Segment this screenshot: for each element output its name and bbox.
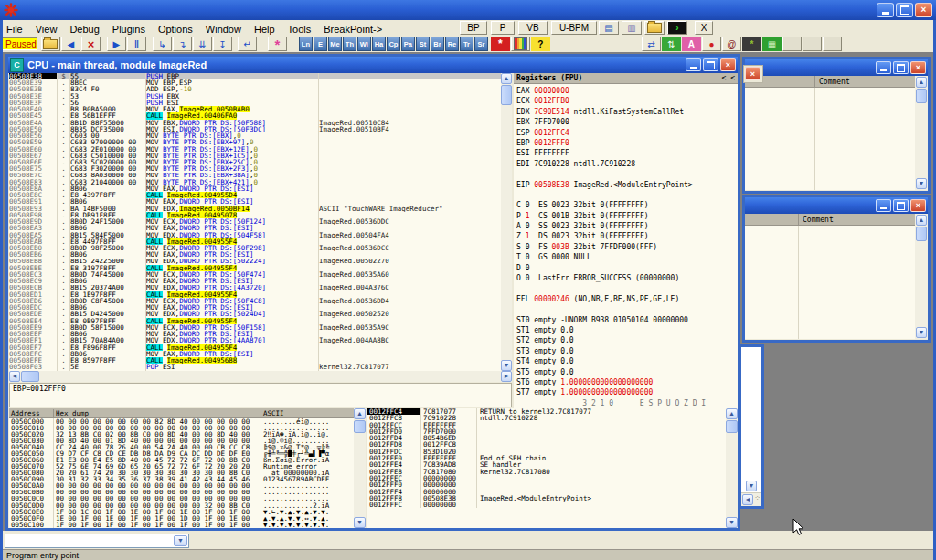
disasm-row[interactable]: 00508EC9.8B06MOV EAX,DWORD PTR DS:[ESI] xyxy=(9,278,501,284)
pane-button-me[interactable]: Me xyxy=(328,37,342,51)
scroll-up-button[interactable]: ▲ xyxy=(501,73,512,84)
dump-row[interactable]: 0050C08020 20 61 74 20 30 30 30 30 30 30… xyxy=(9,470,366,476)
breakpoint-dot-icon[interactable]: ● xyxy=(702,37,721,51)
disasm-row[interactable]: 00508EE4.E8 0B97F8FFCALL ImageRed.004955… xyxy=(9,318,501,324)
disasm-row[interactable]: 00508E8A.8B06MOV EAX,DWORD PTR DS:[ESI] xyxy=(9,185,501,192)
register-line[interactable] xyxy=(514,283,738,293)
register-line[interactable]: ST6 empty 1.0000000000000000000 xyxy=(514,377,738,387)
disasm-row[interactable]: 00508E75.C683 F3020000 00MOV BYTE PTR DS… xyxy=(9,165,501,172)
side-window-middle[interactable]: × Comment ▲ ▼ xyxy=(742,195,931,343)
register-line[interactable]: ESI FFFFFFFF xyxy=(514,148,738,158)
combobox-dropdown-button[interactable]: ▼ xyxy=(174,535,187,546)
options-gear-icon[interactable]: * xyxy=(491,37,510,51)
appearance-rainbow-icon[interactable] xyxy=(511,37,530,51)
scroll-up-button[interactable]: ▲ xyxy=(354,408,366,419)
dump-row[interactable]: 0050C0D000 00 00 00 00 00 00 00 00 00 00… xyxy=(9,502,366,509)
assembler-icon[interactable]: A xyxy=(682,37,701,51)
scroll-up-button[interactable]: ▲ xyxy=(916,215,927,226)
menu-item-window[interactable]: Window xyxy=(199,22,248,35)
register-line[interactable]: ST7 empty 1.0000000000000000000 xyxy=(514,387,738,397)
execute-till-return-icon[interactable]: ↵ xyxy=(238,37,257,51)
scrollbar-thumb[interactable] xyxy=(726,420,738,433)
go-back-icon[interactable]: ◀ xyxy=(61,37,80,51)
disasm-row[interactable]: 00508E3F.56PUSH ESI xyxy=(9,100,501,106)
pane-button-cp[interactable]: Cp xyxy=(387,37,400,51)
menu-item-debug[interactable]: Debug xyxy=(63,22,105,35)
disasm-row[interactable]: 00508E60.C683 2E010000 00MOV BYTE PTR DS… xyxy=(9,146,501,153)
dump-row[interactable]: 0050C0F01E 00 1F 00 1E 00 1F 00 1F 00 1D… xyxy=(9,515,366,522)
stack-row[interactable]: 0012FFFC00000000 xyxy=(367,502,738,508)
close-button[interactable]: × xyxy=(910,61,926,74)
go-to-address-icon[interactable]: * xyxy=(268,37,287,51)
dump-row[interactable]: 0050C060E1 E3 00 E4 E5 8D 40 00 45 72 72… xyxy=(9,457,366,463)
register-line[interactable]: D 0 xyxy=(514,263,738,273)
register-line[interactable]: ST5 empty 0.0 xyxy=(514,367,738,377)
register-line[interactable]: EAX 00000000 xyxy=(514,86,738,96)
scroll-down-button[interactable]: ▼ xyxy=(726,517,738,528)
register-line[interactable]: Z 1 DS 0023 32bit 0(FFFFFFFF) xyxy=(514,231,738,241)
disasm-scrollbar[interactable] xyxy=(501,73,512,371)
cpu-window-titlebar[interactable]: C CPU - main thread, module ImageRed × xyxy=(8,57,738,73)
scroll-down-button[interactable]: ▼ xyxy=(746,481,757,491)
stack-row[interactable]: 0012FFF800508E38ImageRed.<ModuleEntryPoi… xyxy=(367,495,738,502)
pane-button-br[interactable]: Br xyxy=(431,37,444,51)
menu-item-view[interactable]: View xyxy=(29,22,64,35)
notes-doc-button[interactable]: ▥ xyxy=(622,21,642,35)
register-line[interactable] xyxy=(514,304,738,314)
disasm-row[interactable]: 00508EB0.8B0D 98F25000MOV ECX,DWORD PTR … xyxy=(9,245,501,251)
register-line[interactable] xyxy=(514,169,738,179)
register-line[interactable]: EBX 7FFD7000 xyxy=(514,117,738,127)
scrollbar-thumb[interactable] xyxy=(916,227,927,241)
register-line[interactable]: P 1 CS 001B 32bit 0(FFFFFFFF) xyxy=(514,211,738,221)
disasm-row[interactable]: 00508E8C.E8 4397F8FFCALL ImageRed.004955… xyxy=(9,192,501,198)
disasm-row[interactable]: 00508ED1.E8 1E97F8FFCALL ImageRed.004955… xyxy=(9,291,501,298)
dump-row[interactable]: 0050C0C000 00 00 00 00 00 00 00 00 00 00… xyxy=(9,496,366,502)
disasm-row[interactable]: 00508E4A.8B1D 88F55000MOV EBX,DWORD PTR … xyxy=(9,120,501,126)
register-line[interactable]: EIP 00508E38 ImageRed.<ModuleEntryPoint> xyxy=(514,180,738,190)
disasm-row[interactable]: 00508EDE.8B15 D4245000MOV EDX,DWORD PTR … xyxy=(9,311,501,317)
minimize-button[interactable] xyxy=(877,3,894,17)
dump-row[interactable]: 0050C09030 31 32 33 34 35 36 37 38 39 41… xyxy=(9,476,366,482)
register-line[interactable]: A 0 SS 0023 32bit 0(FFFFFFFF) xyxy=(514,221,738,231)
register-line[interactable]: ST3 empty 0.0 xyxy=(514,346,738,356)
register-line[interactable] xyxy=(514,190,738,200)
pause-icon[interactable]: ‖ xyxy=(127,37,146,51)
stack-row[interactable]: 0012FFD80012FFC8 xyxy=(367,441,738,448)
blank-button[interactable] xyxy=(803,37,822,51)
disassembly-pane[interactable]: 00508E38$55PUSH EBP00508E39.8BECMOV EBP,… xyxy=(9,73,501,371)
disasm-row[interactable]: 00508E67.C683 C5010000 00MOV BYTE PTR DS… xyxy=(9,153,501,159)
disasm-row[interactable]: 00508EAB.E8 4497F8FFCALL ImageRed.004955… xyxy=(9,238,501,245)
minimize-button[interactable] xyxy=(686,58,701,71)
disasm-row[interactable]: 00508E7C.C683 8A030000 00MOV BYTE PTR DS… xyxy=(9,173,501,179)
scroll-left-button[interactable]: ◄ xyxy=(9,371,20,382)
disasm-row[interactable]: 00508EB6.8B06MOV EAX,DWORD PTR DS:[ESI] xyxy=(9,251,501,258)
register-line[interactable]: O 0 LastErr ERROR_SUCCESS (00000000) xyxy=(514,273,738,283)
swap-panes-icon[interactable]: ⇄ xyxy=(642,37,661,51)
menu-button-bp[interactable]: BP xyxy=(460,21,487,35)
menu-item-plugins[interactable]: Plugins xyxy=(106,22,152,35)
disasm-row[interactable]: 00508E91.8B06MOV EAX,DWORD PTR DS:[ESI] xyxy=(9,198,501,205)
pane-button-re[interactable]: Re xyxy=(445,37,459,51)
dump-row[interactable]: 0050C1001F 00 1F 00 1F 00 1F 00 1F 00 1F… xyxy=(9,522,366,528)
pane-button-wi[interactable]: Wi xyxy=(357,37,371,51)
disasm-row[interactable]: 00508EFC.8B06MOV EAX,DWORD PTR DS:[ESI] xyxy=(9,351,501,357)
register-line[interactable]: ST4 empty 0.0 xyxy=(514,356,738,366)
close-button[interactable]: × xyxy=(720,58,736,71)
app-titlebar[interactable]: × xyxy=(0,0,936,20)
register-line[interactable]: ECX 0012FFB0 xyxy=(514,96,738,106)
copy-doc-button[interactable]: ▤ xyxy=(599,21,619,35)
dump-pane[interactable]: Address Hex dump ASCII 0050C00000 00 00 … xyxy=(9,408,366,528)
stack-row[interactable]: 0012FFCCFFFFFFFF xyxy=(367,422,738,428)
menu-button-p[interactable]: P xyxy=(491,21,515,35)
dump-row[interactable]: 0050C0E01F 00 1C 00 1F 00 1E 00 1F 00 1E… xyxy=(9,509,366,515)
scroll-down-button[interactable]: ▼ xyxy=(354,517,366,528)
register-line[interactable]: T 0 GS 0000 NULL xyxy=(514,252,738,262)
disasm-row[interactable]: 00508ED6.8B0D C8F45000MOV ECX,DWORD PTR … xyxy=(9,298,501,304)
step-over-icon[interactable]: ↴ xyxy=(173,37,192,51)
side-window-middle-titlebar[interactable]: × xyxy=(745,197,928,214)
pane-button-e[interactable]: E xyxy=(314,37,327,51)
side-window-top-titlebar[interactable]: × xyxy=(745,59,928,76)
dump-row[interactable]: 0050C01000 00 00 00 00 00 00 00 00 00 00… xyxy=(9,425,366,431)
pane-button-sr[interactable]: Sr xyxy=(474,37,488,51)
disasm-row[interactable]: 00508E3E.53PUSH EBX xyxy=(9,93,501,100)
